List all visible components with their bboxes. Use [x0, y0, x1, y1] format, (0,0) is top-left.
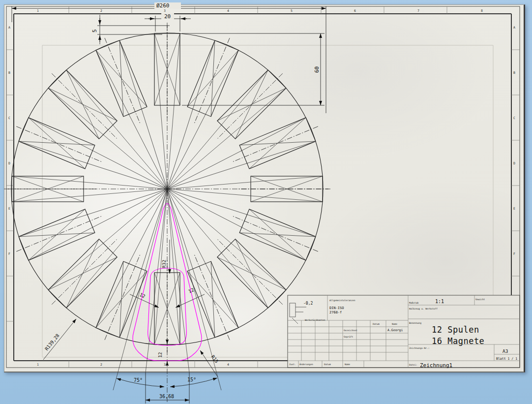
- zone-col-label: 7: [417, 9, 419, 13]
- title-block: -0,2 Werkstückkanten Allgemeintoleranzen…: [288, 295, 520, 369]
- weight-label: Gewicht: [475, 298, 485, 301]
- zone-row-label: B: [8, 71, 10, 75]
- drawn-name: A.Georgi: [387, 328, 403, 332]
- zone-row-label: E: [8, 207, 10, 211]
- magnet: [155, 184, 241, 345]
- dim-edge-gap: 5: [91, 15, 170, 44]
- svg-text:12: 12: [139, 292, 146, 299]
- drawing-title-line2: 16 Magnete: [432, 336, 484, 346]
- zone-col-label: 4: [227, 363, 229, 367]
- zone-row-label: F: [513, 252, 515, 256]
- magnet: [158, 64, 292, 198]
- zone-row-label: C: [8, 116, 10, 120]
- zone-col-label: 1: [37, 363, 39, 367]
- checked-label: Geprüft: [344, 336, 354, 338]
- rev-date-label: Datum: [324, 363, 331, 366]
- edges-label: Werkstückkanten: [305, 319, 325, 321]
- rev-state-label: Zust.: [289, 363, 296, 366]
- magnet: [43, 180, 177, 314]
- view-margin: [42, 45, 493, 357]
- svg-text:60: 60: [314, 66, 320, 73]
- file-label: Datei:: [409, 364, 417, 366]
- svg-text:12: 12: [157, 352, 163, 358]
- magnet: [162, 115, 323, 201]
- magnet: [155, 33, 241, 194]
- name-header: Name: [392, 323, 397, 325]
- tolerance-standard-2: 2768-f: [329, 311, 342, 314]
- zone-col-label: 6: [354, 9, 356, 13]
- zone-row-label: F: [8, 252, 10, 256]
- magnet: [43, 64, 177, 198]
- drawing-title-line1: 12 Spulen: [432, 325, 479, 335]
- zone-col-label: 4: [227, 9, 229, 13]
- scale-label: Maßstab: [409, 302, 419, 304]
- svg-text:20: 20: [164, 13, 171, 20]
- zone-row-label: D: [8, 161, 10, 165]
- magnet: [11, 177, 172, 263]
- zone-row-label: C: [513, 116, 515, 120]
- magnet: [11, 115, 172, 201]
- edge-tolerance-value: -0,2: [303, 301, 313, 306]
- zone-col-label: 3: [164, 9, 166, 13]
- zone-col-label: 2: [100, 9, 102, 13]
- svg-text:R15: R15: [210, 354, 219, 364]
- stock-label: Halbzeug u. Werkstoff: [409, 308, 438, 310]
- general-tolerance-label: Allgemeintoleranzen: [329, 299, 355, 302]
- zone-col-label: 8: [481, 9, 483, 13]
- zone-col-label: 2: [100, 363, 102, 367]
- dim-band-width: 12: [157, 340, 167, 365]
- date-header: Datum: [373, 323, 380, 325]
- svg-text:75°: 75°: [134, 377, 143, 383]
- zone-row-label: E: [513, 207, 515, 211]
- cad-canvas: 112233445678AABBCCDDEEFF Ø260 20: [0, 0, 532, 404]
- paper-format: A3: [502, 348, 508, 354]
- magnet: [93, 33, 179, 194]
- svg-text:5: 5: [91, 29, 98, 32]
- drawing-overlay: 112233445678AABBCCDDEEFF Ø260 20: [0, 0, 532, 404]
- zone-row-label: A: [8, 26, 10, 30]
- rev-name-label: Name: [345, 363, 350, 366]
- svg-text:Ø260: Ø260: [156, 2, 170, 9]
- zone-col-label: 5: [291, 9, 293, 13]
- zone-col-label: 3: [164, 363, 166, 367]
- sheet-info: Blatt 1 / 1: [496, 357, 517, 361]
- drawing-number-label: Zeichnungs-Nr.:: [409, 347, 430, 349]
- zone-row-label: D: [513, 161, 515, 165]
- rev-changes-label: Änderungen: [299, 363, 313, 366]
- scale-value: 1:1: [435, 299, 444, 304]
- file-value: Zeichnung1: [420, 362, 452, 369]
- svg-text:15°: 15°: [187, 377, 196, 382]
- zone-row-label: B: [513, 71, 515, 75]
- drawn-label: Gezeichnet: [344, 329, 357, 332]
- tolerance-standard: DIN-ISO: [329, 306, 344, 310]
- magnet: [158, 180, 292, 314]
- dim-bottom-width: 36,68: [146, 373, 189, 404]
- zone-col-label: 1: [37, 9, 39, 13]
- zone-row-label: A: [513, 26, 515, 30]
- magnet: [162, 177, 323, 263]
- dim-magnet-length: 60: [182, 33, 325, 105]
- edge-symbol: [290, 303, 306, 324]
- dim-angles: 75° 15°: [117, 377, 217, 387]
- dim-magnet-width: 20: [145, 13, 191, 31]
- dim-outer-radius: R139,28: [43, 319, 76, 360]
- magnet: [167, 176, 330, 202]
- svg-text:36,68: 36,68: [159, 394, 174, 399]
- svg-text:R32: R32: [161, 260, 167, 268]
- designation-label: Benennung: [409, 322, 421, 324]
